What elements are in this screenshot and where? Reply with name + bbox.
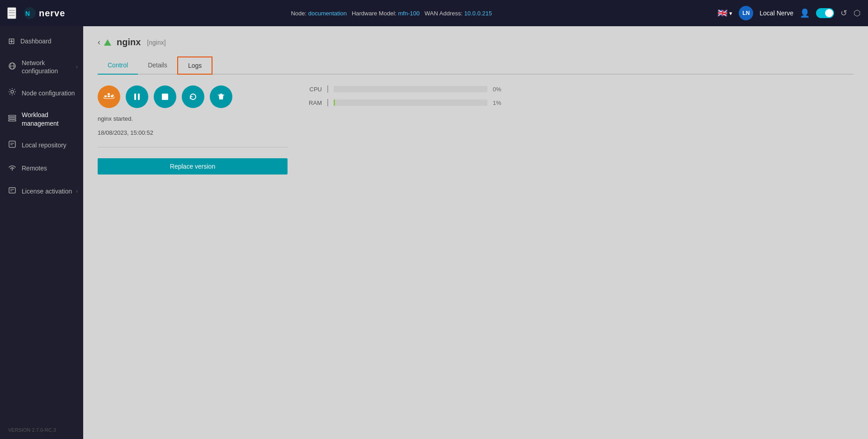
pause-button[interactable] — [126, 85, 148, 108]
svg-rect-9 — [9, 141, 15, 147]
sidebar-item-label-workload: Workload management — [22, 111, 75, 127]
ln-badge: LN — [739, 6, 753, 20]
license-arrow-icon: › — [76, 188, 78, 194]
delete-button[interactable] — [210, 85, 232, 108]
sidebar-item-label-node: Node configuration — [22, 89, 75, 97]
dashboard-icon: ⊞ — [8, 36, 15, 46]
user-icon[interactable]: 👤 — [800, 8, 810, 18]
repo-icon — [8, 140, 16, 151]
svg-rect-21 — [138, 94, 140, 100]
ram-bar-fill — [334, 99, 335, 106]
pause-icon — [132, 92, 142, 101]
local-nerve-label: Local Nerve — [760, 9, 793, 17]
language-selector[interactable]: 🇬🇧 ▾ — [717, 8, 732, 18]
svg-rect-13 — [9, 188, 15, 193]
sidebar-item-remotes[interactable]: Remotes — [0, 157, 83, 180]
toggle-switch[interactable] — [816, 8, 834, 18]
separator — [98, 147, 288, 147]
nerve-logo-icon: N — [24, 7, 36, 19]
hardware-model-link[interactable]: mfn-100 — [398, 10, 420, 17]
svg-point-12 — [12, 170, 13, 170]
content-area: ‹ nginx [nginx] Control Details Logs — [83, 26, 868, 439]
sidebar-item-label-license: License activation — [22, 187, 72, 195]
svg-rect-8 — [9, 120, 16, 121]
breadcrumb: ‹ nginx [nginx] — [98, 37, 854, 47]
version-label: VERSION 2.7.0-RC.3 — [0, 421, 83, 439]
cpu-row: CPU 0% — [306, 85, 511, 93]
svg-point-5 — [11, 90, 14, 93]
sidebar-item-local-repository[interactable]: Local repository — [0, 134, 83, 157]
lang-chevron: ▾ — [729, 10, 732, 17]
running-indicator — [104, 39, 111, 46]
node-label: Node: — [291, 10, 307, 17]
node-config-icon — [8, 88, 16, 98]
workload-id: [nginx] — [147, 39, 165, 46]
control-section: nginx started. 18/08/2023, 15:00:52 Repl… — [98, 85, 854, 175]
docker-button[interactable] — [98, 85, 120, 108]
cpu-label: CPU — [306, 86, 322, 93]
license-icon — [8, 186, 16, 197]
ram-row: RAM 1% — [306, 99, 511, 106]
wan-address-link[interactable]: 10.0.0.215 — [464, 10, 492, 17]
logo-text: nerve — [39, 8, 65, 19]
sidebar-item-node-configuration[interactable]: Node configuration — [0, 81, 83, 104]
svg-rect-7 — [9, 118, 16, 119]
cpu-value: 0% — [493, 86, 511, 93]
ram-label: RAM — [306, 99, 322, 106]
stop-icon — [160, 92, 170, 101]
delete-icon — [217, 92, 226, 101]
tab-details[interactable]: Details — [138, 57, 177, 75]
tab-control[interactable]: Control — [98, 57, 138, 75]
menu-button[interactable]: ☰ — [7, 7, 16, 19]
svg-rect-22 — [162, 94, 168, 100]
logo: N nerve — [24, 7, 65, 19]
sidebar-item-label-dashboard: Dashboard — [20, 37, 52, 45]
flag-icon: 🇬🇧 — [717, 8, 727, 18]
status-text: nginx started. — [98, 115, 288, 122]
back-button[interactable]: ‹ — [98, 38, 100, 47]
network-arrow-icon: › — [76, 64, 78, 70]
replace-version-button[interactable]: Replace version — [98, 158, 288, 175]
node-name-link[interactable]: documentation — [308, 10, 347, 17]
sidebar-item-label-remotes: Remotes — [22, 164, 47, 172]
svg-text:N: N — [25, 10, 30, 17]
sidebar: ⊞ Dashboard Network configuration › Node… — [0, 26, 83, 439]
ram-bar-background — [334, 99, 487, 106]
tab-logs[interactable]: Logs — [177, 57, 212, 75]
main-layout: ⊞ Dashboard Network configuration › Node… — [0, 26, 868, 439]
svg-rect-18 — [108, 93, 110, 95]
wan-label: WAN Address: — [425, 10, 462, 17]
network-icon — [8, 62, 16, 72]
svg-rect-20 — [134, 94, 136, 100]
control-left: nginx started. 18/08/2023, 15:00:52 Repl… — [98, 85, 288, 175]
tabs-row: Control Details Logs — [98, 57, 854, 75]
sidebar-item-workload-management[interactable]: Workload management — [0, 104, 83, 133]
status-time: 18/08/2023, 15:00:52 — [98, 129, 288, 136]
svg-rect-17 — [108, 95, 110, 97]
sidebar-item-license-activation[interactable]: License activation › — [0, 180, 83, 203]
workload-name: nginx — [117, 37, 141, 47]
sidebar-item-dashboard[interactable]: ⊞ Dashboard — [0, 30, 83, 52]
svg-rect-16 — [104, 95, 107, 97]
sidebar-item-label-network: Network configuration — [22, 59, 75, 75]
sidebar-item-label-repo: Local repository — [22, 141, 66, 149]
cpu-divider — [327, 85, 328, 93]
hardware-label: Hardware Model: — [352, 10, 396, 17]
sidebar-item-network-configuration[interactable]: Network configuration › — [0, 52, 83, 81]
topbar-right: 🇬🇧 ▾ LN Local Nerve 👤 ↺ ⬡ — [717, 6, 861, 20]
topbar: ☰ N nerve Node: documentation Hardware M… — [0, 0, 868, 26]
workload-icon — [8, 114, 16, 124]
refresh-icon[interactable]: ↺ — [840, 8, 847, 18]
docker-icon — [103, 91, 115, 103]
restart-icon — [189, 92, 198, 101]
node-info: Node: documentation Hardware Model: mfn-… — [71, 10, 712, 17]
remotes-icon — [8, 163, 16, 174]
cpu-bar-background — [334, 86, 487, 92]
restart-button[interactable] — [182, 85, 204, 108]
logout-icon[interactable]: ⬡ — [854, 8, 861, 18]
stop-button[interactable] — [154, 85, 176, 108]
control-buttons — [98, 85, 288, 108]
ram-value: 1% — [493, 99, 511, 106]
resource-section: CPU 0% RAM 1% — [306, 85, 511, 106]
svg-rect-6 — [9, 115, 16, 117]
